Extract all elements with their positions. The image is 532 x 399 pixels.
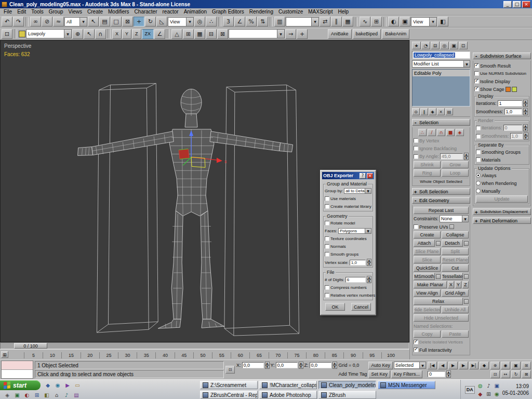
- open-mini-curve-editor-button[interactable]: ⊞: [1, 351, 8, 358]
- relax-button[interactable]: Relax: [414, 298, 463, 305]
- select-and-move-icon[interactable]: +: [134, 17, 144, 26]
- menu-item[interactable]: Tools: [29, 8, 46, 15]
- axis-zx-button[interactable]: ZX: [142, 29, 154, 39]
- view-align-button[interactable]: View Align: [414, 289, 441, 297]
- use-materials-checkbox[interactable]: [325, 196, 329, 201]
- layer-manager-icon[interactable]: ▦: [342, 17, 353, 26]
- task-screamernet[interactable]: Z:\Screamernet: [200, 381, 258, 389]
- tray-icon-network[interactable]: ⊞: [485, 391, 492, 397]
- quick-launch-icon-5[interactable]: ◧: [43, 391, 51, 399]
- show-end-result-icon[interactable]: ∥: [420, 108, 428, 115]
- cancel-button[interactable]: Cancel: [351, 303, 371, 311]
- create-button[interactable]: Create: [414, 231, 441, 238]
- copy-button[interactable]: Copy: [414, 330, 441, 338]
- paste-button[interactable]: Paste: [442, 330, 469, 338]
- maximize-button[interactable]: □: [513, 1, 521, 8]
- attach-button[interactable]: Attach: [414, 240, 435, 247]
- material-editor-icon[interactable]: ◐: [388, 17, 399, 26]
- minimize-button[interactable]: _: [503, 1, 512, 8]
- group-by-dropdown[interactable]: all to Default: [344, 188, 371, 194]
- manually-radio[interactable]: [476, 189, 481, 193]
- configure-modifier-sets-icon[interactable]: ▤: [445, 108, 453, 115]
- unhide-all-button[interactable]: Unhide All: [442, 306, 469, 313]
- by-angle-checkbox[interactable]: [414, 154, 418, 159]
- schematic-view-icon[interactable]: ⊞: [371, 17, 382, 26]
- quick-render-icon[interactable]: ◧: [437, 17, 448, 26]
- use-pivot-center-icon[interactable]: ◎: [194, 17, 205, 26]
- menu-item[interactable]: Views: [66, 8, 85, 15]
- grow-button[interactable]: Grow: [442, 161, 469, 168]
- tab-motion-icon[interactable]: ◎: [440, 42, 449, 49]
- quick-launch-icon-2[interactable]: ▣: [13, 391, 21, 399]
- render-smoothness-checkbox[interactable]: [476, 134, 481, 139]
- arrow-right-icon[interactable]: →: [285, 29, 296, 39]
- task-zbrushcentral[interactable]: ZBrushCentral - Repl...: [200, 391, 258, 399]
- planar-y-button[interactable]: Y: [455, 281, 461, 288]
- current-frame-spinner[interactable]: [446, 370, 451, 378]
- show-cage-checkbox[interactable]: [474, 87, 479, 91]
- close-button[interactable]: ×: [522, 1, 530, 8]
- compress-numbers-checkbox[interactable]: [325, 285, 329, 290]
- slice-button[interactable]: Slice: [414, 256, 441, 263]
- window-crossing-icon[interactable]: ⊠: [122, 17, 133, 26]
- split-button[interactable]: Split: [442, 248, 469, 255]
- select-and-manipulate-icon[interactable]: ∴: [206, 17, 217, 26]
- rotate-model-checkbox[interactable]: [325, 221, 329, 225]
- selection-region-icon[interactable]: □: [111, 17, 122, 26]
- select-object-icon[interactable]: ↖: [88, 17, 99, 26]
- detach-button[interactable]: Detach: [442, 240, 463, 247]
- quick-launch-icon-8[interactable]: ▤: [72, 391, 81, 399]
- stack-item-editable-poly[interactable]: Editable Poly: [413, 70, 470, 76]
- snap-toggle-3d-icon[interactable]: 3: [223, 17, 234, 26]
- render-smoothness-field[interactable]: 1,0: [510, 133, 523, 139]
- redo-icon[interactable]: ↷: [13, 17, 24, 26]
- zoom-icon[interactable]: ⊕: [490, 362, 500, 369]
- smoothness-spinner[interactable]: [523, 108, 528, 115]
- key-mode-toggle[interactable]: ◆: [480, 362, 489, 369]
- make-planar-button[interactable]: Make Planar: [414, 281, 447, 288]
- go-to-end-button[interactable]: ▶|: [469, 362, 478, 369]
- region-zoom-icon[interactable]: ⊡: [490, 370, 500, 378]
- preserve-uvs-checkbox[interactable]: [414, 224, 418, 229]
- select-in-layer-icon[interactable]: ↖: [84, 29, 95, 39]
- select-and-link-icon[interactable]: ∞: [30, 17, 41, 26]
- edge-mode-icon[interactable]: /: [428, 129, 436, 136]
- texture-coordinates-checkbox[interactable]: [325, 236, 329, 241]
- quick-launch-icon-media[interactable]: ▶: [63, 381, 72, 389]
- select-and-scale-icon[interactable]: ◺: [156, 17, 167, 26]
- time-slider[interactable]: 0 / 100: [14, 343, 47, 349]
- task-msn-messenger[interactable]: MSN Messenger: [378, 381, 435, 389]
- edit-named-selections-icon[interactable]: ▥: [274, 17, 285, 26]
- dialog-title-bar[interactable]: OBJ Exporter ? ×: [322, 172, 374, 179]
- polygon-mode-icon[interactable]: ■: [446, 129, 455, 136]
- curve-editor-icon[interactable]: ∿: [360, 17, 370, 26]
- task-mcharacter-collapse[interactable]: !MCharacter_collapse...: [259, 381, 317, 389]
- z-coordinate-field[interactable]: 0,0: [310, 362, 331, 368]
- dialog-help-button[interactable]: ?: [360, 173, 366, 179]
- attach-list-button[interactable]: [436, 241, 441, 246]
- cut-button[interactable]: Cut: [442, 264, 469, 272]
- rollout-paint-deformation-header[interactable]: Paint Deformation: [473, 217, 531, 224]
- current-frame-field[interactable]: 0: [428, 371, 445, 377]
- quick-launch-icon-1[interactable]: ◈: [3, 391, 11, 399]
- menu-item[interactable]: Customize: [276, 8, 305, 15]
- x-spinner[interactable]: [265, 362, 270, 369]
- cage-color-swatch[interactable]: [506, 87, 511, 92]
- menu-item[interactable]: reactor: [160, 8, 181, 15]
- named-selection-dropdown[interactable]: [286, 17, 319, 26]
- z-spinner[interactable]: [332, 362, 337, 369]
- grid-mirror-icon[interactable]: ▦: [194, 29, 205, 39]
- menu-item[interactable]: Rendering: [247, 8, 276, 15]
- normals-checkbox[interactable]: [325, 244, 329, 249]
- vertex-mode-icon[interactable]: ∴: [418, 129, 427, 136]
- border-mode-icon[interactable]: ∩: [437, 129, 445, 136]
- make-unique-icon[interactable]: ◈: [429, 108, 436, 115]
- tray-icon-display[interactable]: ▣: [494, 382, 500, 389]
- maxscript-mini-listener[interactable]: [1, 361, 33, 379]
- msmooth-settings-button[interactable]: [436, 274, 441, 279]
- viewport-label[interactable]: Perspective: [4, 43, 31, 49]
- vertex-scale-field[interactable]: 1,0: [350, 260, 366, 265]
- language-indicator[interactable]: DA: [465, 386, 475, 394]
- repeat-last-button[interactable]: Repeat Last: [414, 207, 469, 214]
- smooth-result-checkbox[interactable]: [474, 63, 479, 68]
